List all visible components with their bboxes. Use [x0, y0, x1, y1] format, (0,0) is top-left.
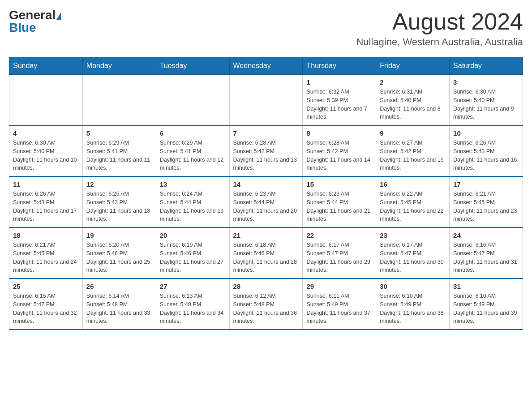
day-cell: 11Sunrise: 6:26 AMSunset: 5:43 PMDayligh… [9, 176, 83, 227]
day-info: Sunrise: 6:30 AMSunset: 5:40 PMDaylight:… [453, 88, 519, 121]
day-cell: 30Sunrise: 6:10 AMSunset: 5:49 PMDayligh… [376, 278, 450, 330]
day-info: Sunrise: 6:23 AMSunset: 5:44 PMDaylight:… [233, 190, 299, 223]
day-info: Sunrise: 6:22 AMSunset: 5:45 PMDaylight:… [380, 190, 446, 223]
day-number: 13 [160, 180, 226, 188]
day-info: Sunrise: 6:26 AMSunset: 5:43 PMDaylight:… [453, 139, 519, 172]
day-number: 4 [13, 129, 79, 137]
day-cell: 28Sunrise: 6:12 AMSunset: 5:48 PMDayligh… [229, 278, 303, 330]
day-cell: 13Sunrise: 6:24 AMSunset: 5:44 PMDayligh… [156, 176, 229, 227]
week-row-3: 11Sunrise: 6:26 AMSunset: 5:43 PMDayligh… [9, 176, 523, 227]
day-info: Sunrise: 6:21 AMSunset: 5:45 PMDaylight:… [453, 190, 519, 223]
day-cell: 25Sunrise: 6:15 AMSunset: 5:47 PMDayligh… [9, 278, 83, 330]
header-monday: Monday [82, 57, 156, 75]
day-info: Sunrise: 6:23 AMSunset: 5:44 PMDaylight:… [306, 190, 372, 223]
day-cell: 2Sunrise: 6:31 AMSunset: 5:40 PMDaylight… [376, 75, 450, 126]
week-row-4: 18Sunrise: 6:21 AMSunset: 5:45 PMDayligh… [9, 227, 523, 278]
calendar-table: SundayMondayTuesdayWednesdayThursdayFrid… [9, 57, 523, 330]
day-number: 8 [306, 129, 372, 137]
day-info: Sunrise: 6:31 AMSunset: 5:40 PMDaylight:… [380, 88, 446, 121]
logo: General Blue [9, 9, 61, 34]
day-cell: 8Sunrise: 6:28 AMSunset: 5:42 PMDaylight… [303, 125, 376, 176]
day-number: 2 [380, 78, 446, 86]
day-cell: 19Sunrise: 6:20 AMSunset: 5:46 PMDayligh… [82, 227, 156, 278]
header-tuesday: Tuesday [156, 57, 229, 75]
day-cell: 22Sunrise: 6:17 AMSunset: 5:47 PMDayligh… [303, 227, 376, 278]
day-cell: 17Sunrise: 6:21 AMSunset: 5:45 PMDayligh… [450, 176, 523, 227]
day-number: 14 [233, 180, 299, 188]
day-number: 19 [86, 231, 152, 239]
day-number: 9 [380, 129, 446, 137]
day-cell: 26Sunrise: 6:14 AMSunset: 5:48 PMDayligh… [82, 278, 156, 330]
day-cell: 31Sunrise: 6:10 AMSunset: 5:49 PMDayligh… [450, 278, 523, 330]
day-number: 7 [233, 129, 299, 137]
day-number: 23 [380, 231, 446, 239]
day-cell: 7Sunrise: 6:28 AMSunset: 5:42 PMDaylight… [229, 125, 303, 176]
header-thursday: Thursday [303, 57, 376, 75]
header-friday: Friday [376, 57, 450, 75]
day-info: Sunrise: 6:27 AMSunset: 5:42 PMDaylight:… [380, 139, 446, 172]
day-cell: 24Sunrise: 6:16 AMSunset: 5:47 PMDayligh… [450, 227, 523, 278]
day-info: Sunrise: 6:10 AMSunset: 5:49 PMDaylight:… [380, 292, 446, 325]
day-cell [9, 75, 83, 126]
day-cell [82, 75, 156, 126]
day-info: Sunrise: 6:19 AMSunset: 5:46 PMDaylight:… [160, 241, 226, 274]
day-info: Sunrise: 6:10 AMSunset: 5:49 PMDaylight:… [453, 292, 519, 325]
day-info: Sunrise: 6:16 AMSunset: 5:47 PMDaylight:… [453, 241, 519, 274]
header-sunday: Sunday [9, 57, 83, 75]
day-cell: 3Sunrise: 6:30 AMSunset: 5:40 PMDaylight… [450, 75, 523, 126]
day-info: Sunrise: 6:25 AMSunset: 5:43 PMDaylight:… [86, 190, 152, 223]
day-cell: 21Sunrise: 6:18 AMSunset: 5:46 PMDayligh… [229, 227, 303, 278]
day-cell: 20Sunrise: 6:19 AMSunset: 5:46 PMDayligh… [156, 227, 229, 278]
day-cell: 14Sunrise: 6:23 AMSunset: 5:44 PMDayligh… [229, 176, 303, 227]
day-number: 10 [453, 129, 519, 137]
day-info: Sunrise: 6:29 AMSunset: 5:41 PMDaylight:… [86, 139, 152, 172]
day-info: Sunrise: 6:29 AMSunset: 5:41 PMDaylight:… [160, 139, 226, 172]
day-number: 22 [306, 231, 372, 239]
day-cell: 4Sunrise: 6:30 AMSunset: 5:40 PMDaylight… [9, 125, 83, 176]
day-cell: 1Sunrise: 6:32 AMSunset: 5:39 PMDaylight… [303, 75, 376, 126]
day-number: 25 [13, 283, 79, 290]
day-info: Sunrise: 6:28 AMSunset: 5:42 PMDaylight:… [306, 139, 372, 172]
day-info: Sunrise: 6:12 AMSunset: 5:48 PMDaylight:… [233, 292, 299, 325]
day-cell: 10Sunrise: 6:26 AMSunset: 5:43 PMDayligh… [450, 125, 523, 176]
day-info: Sunrise: 6:17 AMSunset: 5:47 PMDaylight:… [306, 241, 372, 274]
day-info: Sunrise: 6:28 AMSunset: 5:42 PMDaylight:… [233, 139, 299, 172]
header-wednesday: Wednesday [229, 57, 303, 75]
day-info: Sunrise: 6:14 AMSunset: 5:48 PMDaylight:… [86, 292, 152, 325]
header-saturday: Saturday [450, 57, 523, 75]
day-cell [229, 75, 303, 126]
day-number: 5 [86, 129, 152, 137]
day-cell: 29Sunrise: 6:11 AMSunset: 5:49 PMDayligh… [303, 278, 376, 330]
week-row-2: 4Sunrise: 6:30 AMSunset: 5:40 PMDaylight… [9, 125, 523, 176]
logo-blue: Blue [9, 21, 36, 34]
day-number: 16 [380, 180, 446, 188]
day-number: 20 [160, 231, 226, 239]
day-info: Sunrise: 6:11 AMSunset: 5:49 PMDaylight:… [306, 292, 372, 325]
day-cell: 27Sunrise: 6:13 AMSunset: 5:48 PMDayligh… [156, 278, 229, 330]
day-cell: 18Sunrise: 6:21 AMSunset: 5:45 PMDayligh… [9, 227, 83, 278]
day-info: Sunrise: 6:24 AMSunset: 5:44 PMDaylight:… [160, 190, 226, 223]
day-number: 3 [453, 78, 519, 86]
logo-general: General [9, 8, 61, 22]
day-cell: 16Sunrise: 6:22 AMSunset: 5:45 PMDayligh… [376, 176, 450, 227]
day-info: Sunrise: 6:20 AMSunset: 5:46 PMDaylight:… [86, 241, 152, 274]
day-number: 11 [13, 180, 79, 188]
day-info: Sunrise: 6:15 AMSunset: 5:47 PMDaylight:… [13, 292, 79, 325]
calendar-body: 1Sunrise: 6:32 AMSunset: 5:39 PMDaylight… [9, 75, 523, 330]
day-cell: 6Sunrise: 6:29 AMSunset: 5:41 PMDaylight… [156, 125, 229, 176]
day-info: Sunrise: 6:21 AMSunset: 5:45 PMDaylight:… [13, 241, 79, 274]
day-number: 21 [233, 231, 299, 239]
day-cell [156, 75, 229, 126]
header-row: SundayMondayTuesdayWednesdayThursdayFrid… [9, 57, 523, 75]
day-number: 24 [453, 231, 519, 239]
day-cell: 15Sunrise: 6:23 AMSunset: 5:44 PMDayligh… [303, 176, 376, 227]
day-cell: 12Sunrise: 6:25 AMSunset: 5:43 PMDayligh… [82, 176, 156, 227]
month-title: August 2024 [356, 9, 523, 34]
day-number: 18 [13, 231, 79, 239]
day-number: 6 [160, 129, 226, 137]
location: Nullagine, Western Australia, Australia [356, 36, 523, 48]
logo-blue-text: Blue [9, 21, 36, 34]
day-info: Sunrise: 6:13 AMSunset: 5:48 PMDaylight:… [160, 292, 226, 325]
day-number: 31 [453, 283, 519, 290]
page-header: General Blue August 2024 Nullagine, West… [9, 9, 523, 48]
